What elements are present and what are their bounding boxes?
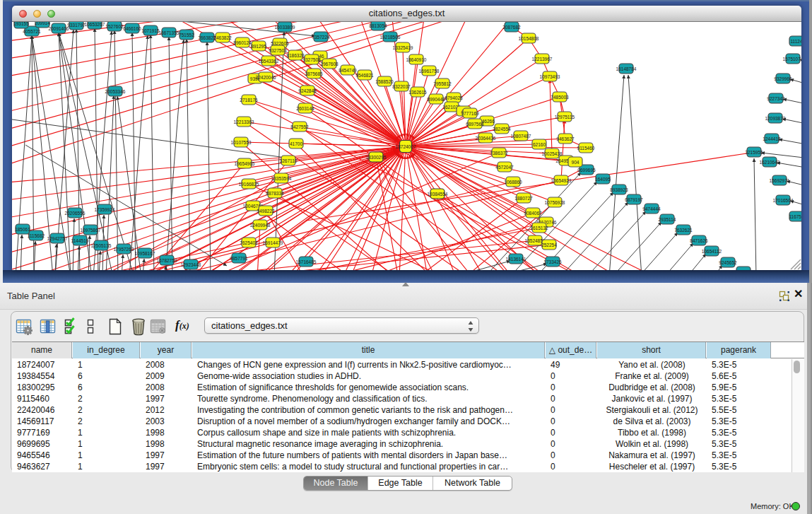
svg-text:14136141: 14136141: [506, 257, 526, 262]
svg-text:1880727: 1880727: [514, 196, 533, 201]
svg-text:164095: 164095: [595, 177, 611, 182]
svg-text:9227342: 9227342: [767, 96, 785, 101]
svg-text:10756928: 10756928: [545, 200, 565, 205]
svg-text:10154808: 10154808: [519, 36, 539, 41]
svg-text:9327508: 9327508: [302, 57, 321, 62]
svg-text:19654965: 19654965: [235, 161, 255, 166]
svg-text:16671355: 16671355: [159, 30, 180, 35]
svg-text:9331797: 9331797: [67, 23, 86, 28]
svg-text:8938923: 8938923: [610, 187, 628, 192]
svg-text:18724007: 18724007: [396, 144, 416, 149]
svg-text:15751074: 15751074: [783, 57, 801, 62]
svg-text:13654923: 13654923: [551, 178, 572, 183]
svg-text:20364436: 20364436: [476, 136, 496, 141]
svg-text:19384554: 19384554: [428, 192, 448, 197]
svg-text:9084067: 9084067: [524, 211, 542, 216]
svg-text:9777169: 9777169: [461, 111, 479, 116]
svg-text:9546821: 9546821: [355, 73, 374, 78]
svg-text:10973493: 10973493: [540, 74, 560, 79]
svg-text:8427552: 8427552: [290, 124, 309, 129]
svg-text:13325419: 13325419: [393, 45, 413, 50]
svg-text:9245652: 9245652: [719, 260, 737, 265]
svg-text:116753: 116753: [789, 214, 801, 219]
svg-text:12942757: 12942757: [47, 236, 68, 241]
svg-text:2603144: 2603144: [296, 106, 314, 111]
svg-text:193155: 193155: [13, 22, 29, 26]
svg-text:924565: 924565: [736, 269, 751, 271]
svg-text:17957263: 17957263: [114, 247, 134, 252]
svg-text:9327503: 9327503: [269, 48, 287, 53]
svg-text:16148784: 16148784: [616, 66, 637, 71]
svg-text:19166825: 19166825: [239, 182, 259, 187]
svg-text:7357224: 7357224: [312, 35, 330, 40]
svg-text:1362615: 1362615: [408, 90, 427, 95]
svg-text:16033809: 16033809: [275, 25, 295, 30]
svg-text:10025438: 10025438: [542, 151, 563, 156]
svg-text:9115460: 9115460: [577, 146, 595, 151]
svg-text:3824554: 3824554: [493, 127, 511, 132]
svg-text:891295: 891295: [251, 44, 266, 49]
svg-text:12505135: 12505135: [91, 243, 112, 248]
svg-text:209914: 209914: [35, 22, 50, 25]
svg-text:19218506: 19218506: [380, 35, 401, 40]
svg-text:41700: 41700: [290, 141, 302, 146]
svg-text:12213363: 12213363: [234, 119, 254, 124]
svg-text:4572047: 4572047: [495, 165, 514, 170]
svg-text:10807487: 10807487: [511, 134, 531, 139]
svg-text:8186328: 8186328: [286, 53, 305, 58]
svg-text:185061: 185061: [15, 227, 30, 232]
svg-text:6897568: 6897568: [466, 122, 484, 127]
svg-text:7386372: 7386372: [490, 151, 508, 156]
svg-text:10975867: 10975867: [81, 228, 101, 233]
svg-text:17016504: 17016504: [773, 198, 794, 203]
svg-text:22420046: 22420046: [256, 75, 276, 80]
svg-text:8322037: 8322037: [392, 84, 411, 89]
svg-text:6879197: 6879197: [625, 197, 643, 202]
svg-text:6466160: 6466160: [123, 26, 141, 31]
svg-text:9463627: 9463627: [556, 136, 575, 141]
svg-text:1071915: 1071915: [141, 28, 160, 33]
svg-text:10107553: 10107553: [231, 140, 252, 145]
svg-text:20053346: 20053346: [105, 89, 126, 94]
svg-text:1588520: 1588520: [375, 79, 394, 84]
svg-text:2935114: 2935114: [659, 217, 676, 222]
svg-text:3215955: 3215955: [745, 150, 763, 155]
svg-text:12409948: 12409948: [250, 223, 271, 228]
svg-text:20206556: 20206556: [65, 211, 86, 216]
svg-text:7955812: 7955812: [433, 81, 452, 86]
svg-text:16782759: 16782759: [157, 258, 177, 263]
svg-text:12975115: 12975115: [555, 115, 575, 119]
svg-text:7485003: 7485003: [551, 95, 569, 100]
svg-text:3267110: 3267110: [280, 158, 298, 163]
svg-text:13353594: 13353594: [271, 176, 292, 181]
svg-text:1068860: 1068860: [504, 180, 522, 185]
svg-text:18300295: 18300295: [366, 155, 387, 160]
svg-text:8454749: 8454749: [339, 68, 357, 73]
svg-text:1615132: 1615132: [530, 226, 548, 230]
svg-text:12213967: 12213967: [532, 57, 553, 62]
svg-text:16543362: 16543362: [259, 59, 279, 64]
svg-text:8471626: 8471626: [690, 238, 708, 243]
svg-text:15692971: 15692971: [770, 178, 790, 183]
svg-text:1144519: 1144519: [71, 238, 89, 243]
svg-text:17359924: 17359924: [95, 207, 115, 212]
svg-text:16961758: 16961758: [419, 69, 440, 74]
svg-text:2087682: 2087682: [502, 25, 521, 30]
svg-text:9329966: 9329966: [774, 76, 792, 81]
svg-text:3875685: 3875685: [305, 71, 323, 76]
svg-text:751552: 751552: [179, 33, 194, 37]
svg-text:8878334: 8878334: [266, 191, 284, 196]
svg-text:1527602: 1527602: [105, 24, 124, 29]
svg-text:9857791: 9857791: [230, 256, 248, 261]
svg-text:0699695: 0699695: [577, 168, 596, 173]
svg-text:10653267: 10653267: [85, 22, 105, 27]
svg-text:18640910: 18640910: [406, 57, 427, 62]
svg-text:62160: 62160: [533, 142, 546, 147]
svg-text:6794028: 6794028: [445, 95, 463, 100]
svg-text:15716485: 15716485: [296, 259, 317, 264]
svg-text:16914479: 16914479: [263, 240, 283, 245]
svg-text:9242848: 9242848: [298, 88, 317, 93]
svg-text:8990448: 8990448: [427, 97, 445, 102]
svg-text:12093872: 12093872: [765, 116, 786, 121]
svg-text:20091406: 20091406: [49, 26, 69, 31]
